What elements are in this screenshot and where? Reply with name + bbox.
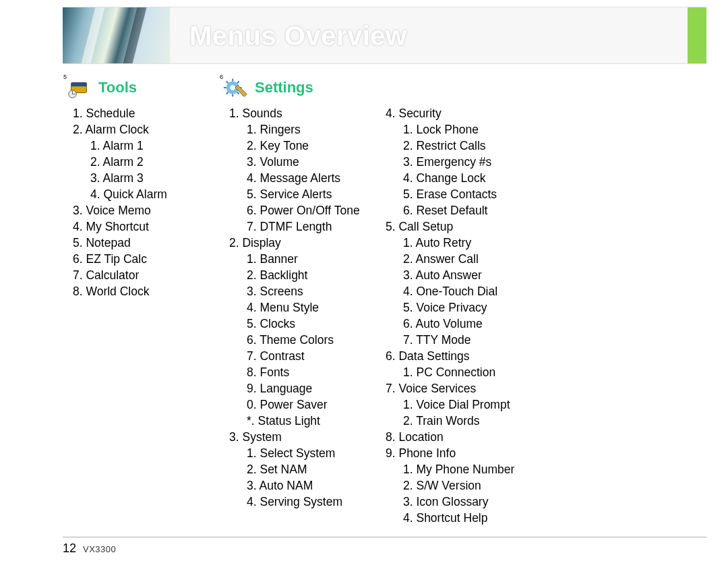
list-item-label: 2. Alarm Clock	[73, 123, 149, 136]
list-item: 4. Serving System	[247, 494, 379, 510]
list-item: 4. Message Alerts	[247, 170, 379, 186]
list-item: 2. Train Words	[403, 413, 535, 429]
section-title-settings: Settings	[255, 79, 313, 96]
column-settings-a: 6 Settings 1. Sounds1.	[222, 74, 379, 534]
list-item: 4. Change Lock	[403, 170, 535, 186]
list-item: 1. Ringers	[247, 121, 379, 138]
svg-line-11	[226, 82, 229, 84]
section-header-settings: 6 Settings	[222, 74, 379, 101]
sub-list: 1. Voice Dial Prompt2. Train Words	[386, 396, 535, 429]
list-item: 0. Power Saver	[247, 396, 379, 413]
list-item-label: 1. Sounds	[229, 107, 282, 120]
tools-menu-list: 1. Schedule2. Alarm Clock1. Alarm 12. Al…	[66, 105, 222, 299]
list-item: 3. Emergency #s	[403, 154, 535, 170]
section-number-tools: 5	[63, 74, 67, 80]
list-item: 2. Display1. Banner2. Backlight3. Screen…	[229, 235, 379, 429]
content-body: 5 Tools 1. Schedule2. Alarm Clock1. Alar…	[66, 74, 701, 534]
list-item-label: 7. Voice Services	[386, 382, 476, 395]
svg-line-14	[237, 82, 239, 84]
list-item: 6. Power On/Off Tone	[247, 202, 379, 218]
list-item: 5. Call Setup1. Auto Retry2. Answer Call…	[386, 218, 535, 348]
list-item-label: 4. My Shortcut	[73, 220, 149, 233]
list-item: 7. Voice Services1. Voice Dial Prompt2. …	[386, 380, 535, 429]
list-item: 6. Reset Default	[403, 202, 535, 218]
column-settings-b: . 4. Security1. Lock Phone2. Restrict Ca…	[379, 74, 535, 534]
list-item: 7. Calculator	[73, 267, 222, 283]
list-item: 8. Location	[386, 429, 535, 445]
section-header-tools: 5 Tools	[66, 74, 222, 101]
list-item: 5. Clocks	[247, 316, 379, 332]
list-item: 6. Theme Colors	[247, 332, 379, 348]
settings-icon: 6	[222, 75, 248, 100]
list-item: 5. Erase Contacts	[403, 186, 535, 202]
list-item: 4. One-Touch Dial	[403, 283, 535, 299]
list-item-label: 9. Phone Info	[386, 446, 456, 460]
svg-line-12	[237, 92, 239, 94]
sub-list: 1. Banner2. Backlight3. Screens4. Menu S…	[229, 251, 379, 429]
list-item: 2. Alarm 2	[90, 154, 222, 170]
list-item: 2. Backlight	[247, 267, 379, 283]
list-item-label: 3. Voice Memo	[73, 204, 151, 217]
page-number: 12	[63, 541, 76, 556]
list-item: 1. Alarm 1	[90, 138, 222, 154]
page-title: Menus Overview	[189, 21, 407, 51]
list-item: 1. Lock Phone	[403, 121, 535, 138]
list-item-label: 8. World Clock	[73, 285, 149, 298]
section-number-settings: 6	[220, 74, 223, 80]
list-item: 5. Notepad	[73, 235, 222, 251]
list-item: 3. Auto Answer	[403, 267, 535, 283]
list-item-label: 5. Notepad	[73, 236, 131, 249]
sub-list: 1. Lock Phone2. Restrict Calls3. Emergen…	[386, 121, 535, 218]
list-item: 9. Phone Info1. My Phone Number2. S/W Ve…	[386, 445, 535, 526]
list-item-label: 4. Security	[386, 107, 442, 120]
list-item: 3. System1. Select System2. Set NAM3. Au…	[229, 429, 379, 510]
list-item: 1. Auto Retry	[403, 235, 535, 251]
settings-menu-list-b: 4. Security1. Lock Phone2. Restrict Call…	[379, 105, 535, 526]
settings-menu-list-a: 1. Sounds1. Ringers2. Key Tone3. Volume4…	[222, 105, 379, 510]
list-item: 7. TTY Mode	[403, 332, 535, 348]
list-item: 1. My Phone Number	[403, 461, 535, 477]
list-item: 8. World Clock	[73, 283, 222, 299]
list-item: 4. Shortcut Help	[403, 510, 535, 526]
list-item-label: 1. Schedule	[73, 107, 135, 120]
column-tools: 5 Tools 1. Schedule2. Alarm Clock1. Alar…	[66, 74, 222, 534]
sub-list: 1. My Phone Number2. S/W Version3. Icon …	[386, 461, 535, 526]
list-item: 4. Menu Style	[247, 299, 379, 316]
list-item: 1. Banner	[247, 251, 379, 267]
list-item: 3. Alarm 3	[90, 170, 222, 186]
svg-line-13	[226, 92, 229, 94]
tools-icon: 5	[66, 75, 92, 100]
sub-list: 1. Select System2. Set NAM3. Auto NAM4. …	[229, 445, 379, 510]
sub-list: 1. Ringers2. Key Tone3. Volume4. Message…	[229, 121, 379, 235]
list-item: 2. Set NAM	[247, 461, 379, 477]
list-item: 1. Voice Dial Prompt	[403, 396, 535, 413]
list-item: 1. Select System	[247, 445, 379, 461]
list-item: *. Status Light	[247, 413, 379, 429]
list-item: 2. Answer Call	[403, 251, 535, 267]
list-item: 9. Language	[247, 380, 379, 396]
list-item: 2. Key Tone	[247, 138, 379, 154]
sub-list: 1. PC Connection	[386, 364, 535, 380]
sub-list: 1. Auto Retry2. Answer Call3. Auto Answe…	[386, 235, 535, 348]
list-item-label: 2. Display	[229, 236, 281, 249]
list-item: 3. Voice Memo	[73, 202, 222, 218]
page: Menus Overview 5 Tools 1. Schedule	[0, 0, 728, 588]
header-photo-strip	[63, 7, 170, 63]
list-item: 8. Fonts	[247, 364, 379, 380]
list-item: 7. DTMF Length	[247, 218, 379, 235]
list-item-label: 7. Calculator	[73, 268, 139, 282]
list-item: 4. My Shortcut	[73, 218, 222, 235]
list-item-label: 5. Call Setup	[386, 220, 453, 233]
list-item-label: 3. System	[229, 430, 282, 444]
list-item: 5. Service Alerts	[247, 186, 379, 202]
list-item: 2. Restrict Calls	[403, 138, 535, 154]
list-item-label: 6. Data Settings	[386, 349, 470, 363]
model-name: VX3300	[83, 544, 116, 554]
header-green-strip	[688, 7, 706, 63]
header-banner: Menus Overview	[63, 7, 706, 64]
list-item: 4. Security1. Lock Phone2. Restrict Call…	[386, 105, 535, 218]
section-title-tools: Tools	[98, 79, 137, 96]
page-footer: 12 VX3300	[63, 537, 706, 556]
list-item: 1. PC Connection	[403, 364, 535, 380]
list-item: 3. Auto NAM	[247, 477, 379, 494]
